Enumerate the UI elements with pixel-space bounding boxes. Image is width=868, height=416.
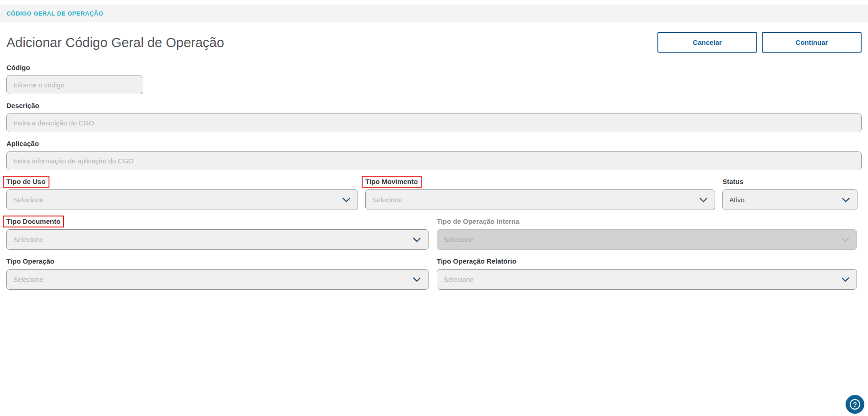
chevron-down-icon [413, 277, 421, 282]
field-tipo-operacao-relatorio: Tipo Operação Relatório Selecione [437, 256, 857, 290]
chevron-down-icon [342, 198, 350, 202]
chevron-down-icon [841, 238, 849, 242]
row-documento-operacao-interna: Tipo Documento Selecione Tipo de Operaçã… [6, 216, 862, 250]
descricao-input[interactable] [6, 113, 862, 132]
tipo-operacao-relatorio-value: Selecione [444, 276, 474, 283]
tipo-movimento-value: Selecione [372, 196, 402, 204]
tipo-operacao-value: Selecione [13, 276, 43, 283]
page-title: Adicionar Código Geral de Operação [6, 33, 224, 52]
breadcrumb[interactable]: CÓDIGO GERAL DE OPERAÇÃO [6, 10, 103, 17]
field-descricao: Descrição [6, 101, 862, 132]
aplicacao-label: Aplicação [6, 140, 39, 147]
field-tipo-operacao-interna: Tipo de Operação Interna Selecione [437, 216, 857, 250]
tipo-movimento-label: Tipo Movimento [365, 178, 418, 185]
tipo-documento-highlight-box: Tipo Documento [3, 216, 64, 227]
continue-button[interactable]: Continuar [762, 32, 862, 53]
aplicacao-input[interactable] [6, 151, 862, 170]
tipo-operacao-relatorio-select[interactable]: Selecione [437, 269, 857, 290]
field-tipo-operacao: Tipo Operação Selecione [6, 256, 429, 290]
tipo-documento-select[interactable]: Selecione [6, 229, 429, 250]
field-tipo-documento: Tipo Documento Selecione [6, 216, 429, 250]
chevron-down-icon [842, 198, 850, 202]
status-value: Ativo [729, 196, 744, 204]
row-tipo-uso-movimento-status: Tipo de Uso Selecione Tipo Movimento Sel… [6, 177, 862, 210]
tipo-operacao-relatorio-label: Tipo Operação Relatório [437, 257, 516, 265]
chevron-down-icon [700, 198, 707, 202]
chevron-down-icon [413, 238, 421, 242]
tipo-operacao-interna-label: Tipo de Operação Interna [437, 217, 520, 225]
chevron-down-icon [841, 277, 849, 282]
breadcrumb-bar: CÓDIGO GERAL DE OPERAÇÃO [0, 5, 868, 22]
tipo-operacao-interna-select-disabled: Selecione [437, 229, 857, 250]
page-header: Adicionar Código Geral de Operação Cance… [6, 32, 862, 53]
field-tipo-de-uso: Tipo de Uso Selecione [6, 177, 358, 210]
help-question-icon: ? [850, 399, 860, 410]
help-button[interactable]: ? [846, 395, 864, 414]
codigo-label: Código [6, 64, 30, 71]
field-aplicacao: Aplicação [6, 139, 862, 170]
status-label: Status [722, 178, 743, 185]
cancel-button[interactable]: Cancelar [657, 32, 757, 53]
field-tipo-movimento: Tipo Movimento Selecione [365, 177, 715, 210]
header-actions: Cancelar Continuar [657, 32, 862, 53]
field-codigo: Código [6, 63, 862, 94]
tipo-operacao-select[interactable]: Selecione [6, 269, 429, 290]
tipo-movimento-select[interactable]: Selecione [365, 189, 715, 210]
page: { "colors": { "accent_teal": "#2fb1c9", … [0, 0, 868, 416]
tipo-operacao-interna-value: Selecione [444, 236, 474, 243]
tipo-de-uso-value: Selecione [13, 196, 43, 204]
tipo-documento-label: Tipo Documento [6, 217, 60, 225]
field-status: Status Ativo [722, 177, 857, 210]
row-operacao-relatorio: Tipo Operação Selecione Tipo Operação Re… [6, 256, 862, 290]
tipo-operacao-label: Tipo Operação [6, 257, 54, 265]
tipo-de-uso-select[interactable]: Selecione [6, 189, 358, 210]
tipo-de-uso-highlight-box: Tipo de Uso [3, 176, 49, 188]
status-select[interactable]: Ativo [722, 189, 857, 210]
tipo-movimento-highlight-box: Tipo Movimento [362, 176, 422, 188]
tipo-documento-value: Selecione [13, 236, 43, 243]
form: Código Descrição Aplicação Tipo de Uso S… [6, 63, 862, 290]
codigo-input[interactable] [6, 76, 143, 94]
descricao-label: Descrição [6, 102, 39, 109]
tipo-de-uso-label: Tipo de Uso [6, 178, 46, 185]
